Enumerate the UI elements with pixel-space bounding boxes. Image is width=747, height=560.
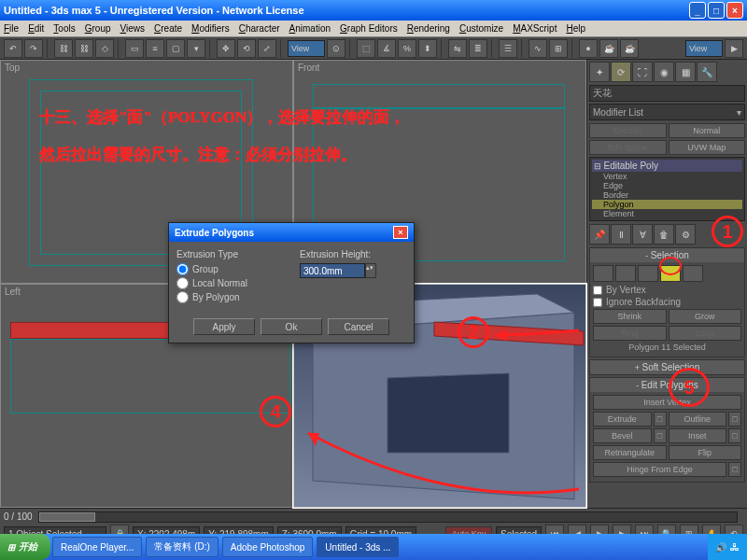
object-name-field[interactable] (589, 85, 745, 102)
task-folder[interactable]: 常备资料 (D:) (146, 537, 218, 557)
layer-button[interactable]: ☰ (499, 39, 517, 58)
menu-modifiers[interactable]: Modifiers (191, 23, 230, 34)
configure-icon[interactable]: ⚙ (675, 224, 696, 245)
subobj-polygon[interactable] (660, 265, 681, 282)
maximize-button[interactable]: □ (708, 2, 725, 19)
stack-root[interactable]: ⊟ Editable Poly (592, 160, 742, 172)
unique-icon[interactable]: ∀ (632, 224, 653, 245)
undo-button[interactable]: ↶ (4, 39, 22, 58)
material-button[interactable]: ● (579, 39, 598, 58)
stack-vertex[interactable]: Vertex (592, 172, 742, 181)
bevel-button[interactable]: Bevel (593, 428, 652, 443)
spinner-snap-button[interactable]: ⬍ (418, 39, 437, 58)
menu-character[interactable]: Character (239, 23, 280, 34)
pin-stack-icon[interactable]: 📌 (589, 224, 610, 245)
tab-utilities-icon[interactable]: 🔧 (697, 62, 717, 82)
tray-icon[interactable]: 🔊 (715, 542, 726, 553)
view-dropdown[interactable]: View (685, 40, 723, 57)
scale-button[interactable]: ⤢ (258, 39, 276, 58)
select-region-button[interactable]: ▢ (166, 39, 185, 58)
spinner-buttons[interactable]: ▴▾ (365, 263, 376, 278)
editspline-mod-button[interactable]: Edit Spline (589, 140, 667, 155)
ignore-backfacing-checkbox[interactable] (593, 298, 602, 307)
radio-group[interactable] (176, 263, 189, 275)
minimize-button[interactable]: _ (689, 2, 706, 19)
cancel-button[interactable]: Cancel (328, 318, 389, 335)
angle-snap-button[interactable]: ∡ (377, 39, 396, 58)
snap-button[interactable]: ⬚ (357, 39, 375, 58)
show-result-icon[interactable]: Ⅱ (611, 224, 631, 245)
task-realone[interactable]: RealOne Player... (52, 537, 142, 557)
extrude-settings-button[interactable]: □ (654, 412, 667, 427)
menu-customize[interactable]: Customize (459, 23, 503, 34)
menu-create[interactable]: Create (154, 23, 182, 34)
uvwmap-mod-button[interactable]: UVW Map (669, 140, 746, 155)
extrude-button[interactable]: Extrude (593, 412, 652, 427)
subobj-edge[interactable] (615, 265, 636, 282)
outline-button[interactable]: Outline (669, 412, 727, 427)
render-scene-button[interactable]: ☕ (599, 39, 618, 58)
start-button[interactable]: ⊞ 开始 (0, 534, 50, 560)
pivot-button[interactable]: ⊙ (327, 39, 345, 58)
subobj-element[interactable] (683, 265, 703, 282)
rollout-softsel-header[interactable]: + Soft Selection (590, 360, 744, 374)
link-button[interactable]: ⛓ (54, 39, 73, 58)
retriangulate-button[interactable]: Retriangulate (593, 445, 667, 460)
tab-modify-icon[interactable]: ⟳ (611, 62, 631, 82)
tab-create-icon[interactable]: ✦ (589, 62, 610, 82)
menu-file[interactable]: File (4, 23, 19, 34)
task-3dsmax[interactable]: Untitled - 3ds ... (317, 537, 399, 557)
hinge-settings-button[interactable]: □ (728, 462, 741, 477)
flip-button[interactable]: Flip (669, 445, 742, 460)
select-button[interactable]: ▭ (125, 39, 144, 58)
subobj-border[interactable] (638, 265, 658, 282)
align-button[interactable]: ≣ (469, 39, 487, 58)
inset-button[interactable]: Inset (669, 428, 727, 443)
schematic-button[interactable]: ⊞ (549, 39, 568, 58)
extrusion-height-field[interactable] (300, 263, 365, 278)
stack-polygon[interactable]: Polygon (592, 200, 742, 209)
inset-settings-button[interactable]: □ (728, 428, 741, 443)
menu-animation[interactable]: Animation (289, 23, 331, 34)
task-photoshop[interactable]: Adobe Photoshop (222, 537, 314, 557)
tab-hierarchy-icon[interactable]: ⛶ (632, 62, 653, 82)
ok-button[interactable]: Ok (261, 318, 322, 335)
loop-button[interactable]: Loop (669, 326, 742, 341)
menu-tools[interactable]: Tools (53, 23, 75, 34)
ring-button[interactable]: Ring (593, 326, 667, 341)
menu-rendering[interactable]: Rendering (407, 23, 450, 34)
stack-edge[interactable]: Edge (592, 181, 742, 190)
render-button[interactable]: ▶ (725, 39, 743, 58)
shrink-button[interactable]: Shrink (593, 309, 667, 324)
stack-element[interactable]: Element (592, 209, 742, 218)
refcoord-dropdown[interactable]: View (288, 40, 325, 57)
rotate-button[interactable]: ⟲ (237, 39, 256, 58)
by-vertex-checkbox[interactable] (593, 286, 602, 295)
menu-help[interactable]: Help (566, 23, 585, 34)
rollout-editpoly-header[interactable]: - Edit Polygons (590, 378, 744, 392)
close-button[interactable]: × (726, 2, 743, 19)
subobj-vertex[interactable] (593, 265, 613, 282)
outline-settings-button[interactable]: □ (728, 412, 741, 427)
curve-editor-button[interactable]: ∿ (529, 39, 547, 58)
tab-display-icon[interactable]: ▦ (675, 62, 696, 82)
bind-button[interactable]: ◇ (95, 39, 114, 58)
rollout-selection-header[interactable]: - Selection (590, 248, 744, 262)
normal-mod-button[interactable]: Normal (669, 123, 746, 138)
redo-button[interactable]: ↷ (24, 39, 43, 58)
filter-button[interactable]: ▾ (187, 39, 205, 58)
quick-render-button[interactable]: ☕ (620, 39, 639, 58)
tray-icon[interactable]: 🖧 (730, 542, 740, 553)
menu-group[interactable]: Group (85, 23, 111, 34)
tab-motion-icon[interactable]: ◉ (654, 62, 674, 82)
menu-views[interactable]: Views (120, 23, 146, 34)
grow-button[interactable]: Grow (669, 309, 742, 324)
hinge-button[interactable]: Hinge From Edge (593, 462, 726, 477)
modifier-list-dropdown[interactable]: Modifier List▾ (589, 104, 745, 120)
system-tray[interactable]: 🔊 🖧 (708, 534, 747, 560)
timeline-slider[interactable] (38, 511, 738, 523)
radio-local-normal[interactable] (176, 277, 189, 289)
menu-maxscript[interactable]: MAXScript (513, 23, 557, 34)
stack-border[interactable]: Border (592, 190, 742, 200)
bevel-settings-button[interactable]: □ (654, 428, 667, 443)
